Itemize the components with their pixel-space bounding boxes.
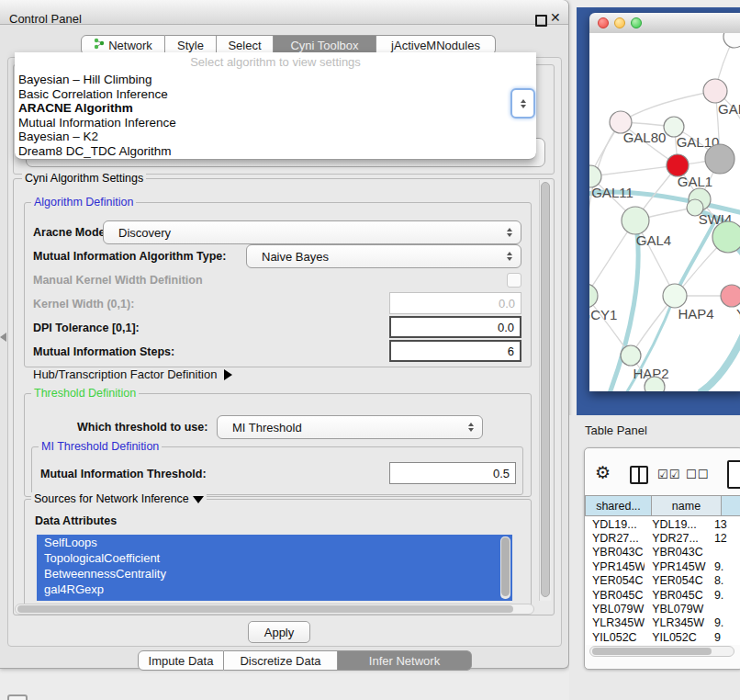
manual-kernel-checkbox[interactable] <box>507 273 521 288</box>
mi-steps-field[interactable]: 6 <box>389 340 521 362</box>
sources-group-title[interactable]: Sources for Network Inference <box>31 492 207 505</box>
table-cell: YBR043C <box>645 546 707 559</box>
which-threshold-combo[interactable]: MI Threshold <box>217 415 483 439</box>
tab-infer-network[interactable]: Infer Network <box>338 650 472 671</box>
table-cell: 9. <box>707 560 740 573</box>
gear-icon[interactable]: ⚙ <box>595 462 611 483</box>
algorithm-option-mutual-information-inference[interactable]: Mutual Information Inference <box>15 116 536 130</box>
attribute-item-selfloops[interactable]: SelfLoops <box>37 535 512 550</box>
column-header-shared[interactable]: shared... <box>585 495 652 516</box>
network-canvas[interactable]: GALGAL80GAL10GAL1GAL11GAL4SWI4GCY1HAP4YH… <box>589 33 740 391</box>
columns-icon[interactable] <box>630 466 648 484</box>
table-cell: YPR145W <box>585 560 645 573</box>
table-row[interactable]: YDL19...YDL19...13 <box>585 517 740 531</box>
attributes-scroll-thumb[interactable] <box>501 537 510 596</box>
network-node-hap4[interactable] <box>663 284 687 308</box>
table-cell: YIL052C <box>585 631 645 644</box>
bottom-tab-bar: Impute DataDiscretize DataInfer Network <box>138 650 472 671</box>
tab-discretize-data[interactable]: Discretize Data <box>224 650 338 671</box>
table-cell: 9. <box>707 616 740 629</box>
table-row[interactable]: YBR043CYBR043C <box>585 546 740 559</box>
dpi-tolerance-field[interactable]: 0.0 <box>389 316 521 338</box>
data-attributes-label: Data Attributes <box>35 514 117 527</box>
tab-impute-data[interactable]: Impute Data <box>138 650 224 671</box>
algorithm-option-basic-correlation-inference[interactable]: Basic Correlation Inference <box>15 87 536 102</box>
zoom-traffic-light-icon[interactable] <box>631 17 642 28</box>
split-pane-collapse-icon[interactable] <box>0 333 6 342</box>
table-row[interactable]: YLR345WYLR345W9. <box>585 616 740 630</box>
hub-definition-label: Hub/Transcription Factor Definition <box>33 367 217 381</box>
close-traffic-light-icon[interactable] <box>598 17 609 28</box>
kernel-width-field[interactable]: 0.0 <box>389 292 521 314</box>
settings-vertical-thumb[interactable] <box>541 182 550 597</box>
node-label: Y <box>736 306 740 322</box>
table-scroll-thumb[interactable] <box>592 648 712 655</box>
network-node-y[interactable] <box>721 285 740 307</box>
table-row[interactable]: YBR045CYBR045C9. <box>585 588 740 602</box>
algorithm-definition-title: Algorithm Definition <box>31 196 136 209</box>
network-node-hap2[interactable] <box>621 345 641 366</box>
attribute-item-gal4rgexp[interactable]: gal4RGexp <box>37 581 512 597</box>
settings-vertical-scrollbar[interactable] <box>539 180 551 601</box>
table-cell: YLR345W <box>585 616 645 629</box>
network-view-window[interactable]: GALGAL80GAL10GAL1GAL11GAL4SWI4GCY1HAP4YH… <box>589 13 740 391</box>
network-node[interactable] <box>712 221 740 253</box>
collapse-down-icon <box>193 496 204 503</box>
node-label: HAP4 <box>678 306 713 322</box>
network-node-gcy1[interactable] <box>589 284 598 308</box>
network-nodes[interactable]: GALGAL80GAL10GAL1GAL11GAL4SWI4GCY1HAP4YH… <box>589 33 740 391</box>
column-header-name[interactable]: name <box>652 495 722 516</box>
network-window-titlebar[interactable] <box>589 13 740 34</box>
minimize-traffic-light-icon[interactable] <box>614 17 625 28</box>
network-node-gal[interactable] <box>703 79 727 103</box>
attribute-item-topologicalcoefficient[interactable]: TopologicalCoefficient <box>37 550 512 566</box>
settings-horizontal-thumb[interactable] <box>17 605 513 613</box>
table-cell: 13 <box>707 518 740 531</box>
control-panel-titlebar[interactable] <box>0 0 568 25</box>
network-graph: GALGAL80GAL10GAL1GAL11GAL4SWI4GCY1HAP4YH… <box>589 33 740 391</box>
table-row[interactable]: YDR27...YDR27...12 <box>585 531 740 545</box>
network-node[interactable] <box>645 377 665 391</box>
aracne-mode-label: Aracne Mode: <box>33 226 109 239</box>
deselect-all-checkboxes-icon[interactable]: ☐☐ <box>686 468 709 481</box>
mi-steps-value: 6 <box>508 344 514 358</box>
tab-label: Cyni Toolbox <box>290 39 358 52</box>
kernel-width-value: 0.0 <box>499 297 515 310</box>
aracne-mode-combo[interactable]: Discovery <box>103 220 521 244</box>
select-all-checkboxes-icon[interactable]: ☑☑ <box>657 468 680 481</box>
network-node[interactable] <box>705 144 734 174</box>
algorithm-option-bayesian-hill-climbing[interactable]: Bayesian – Hill Climbing <box>15 73 536 87</box>
mi-type-combo[interactable]: Naive Bayes <box>246 244 521 268</box>
network-node-gal4[interactable] <box>622 207 649 234</box>
algorithm-option-bayesian-k2[interactable]: Bayesian – K2 <box>15 130 536 144</box>
close-icon[interactable]: ✕ <box>550 10 561 25</box>
algorithm-option-aracne-algorithm[interactable]: ARACNE Algorithm <box>15 101 536 116</box>
table-row[interactable]: YPR145WYPR145W9. <box>585 559 740 573</box>
focused-spinner-fragment[interactable] <box>510 88 535 119</box>
export-table-icon[interactable] <box>727 460 740 489</box>
apply-button[interactable]: Apply <box>248 621 310 643</box>
table-row[interactable]: YBL079WYBL079W <box>585 602 740 615</box>
attribute-item-betweennesscentrality[interactable]: BetweennessCentrality <box>37 566 512 581</box>
mi-threshold-field[interactable]: 0.5 <box>389 462 516 484</box>
table-cell: 12 <box>707 532 740 545</box>
network-node[interactable] <box>723 33 740 48</box>
corner-widget-icon[interactable] <box>7 694 28 700</box>
float-window-icon[interactable] <box>535 15 547 27</box>
dpi-tolerance-label: DPI Tolerance [0,1]: <box>33 322 140 334</box>
table-cell: 9 <box>707 631 740 644</box>
network-icon <box>94 38 105 52</box>
table-row[interactable]: YER054CYER054C8. <box>585 574 740 588</box>
expand-right-icon <box>224 369 232 380</box>
hub-definition-toggle[interactable]: Hub/Transcription Factor Definition <box>33 367 232 381</box>
table-horizontal-scrollbar[interactable] <box>589 646 734 657</box>
table-row[interactable]: YIL052CYIL052C9 <box>585 630 740 644</box>
column-header-clipped[interactable] <box>722 495 740 516</box>
desktop: Control Panel ✕ NetworkStyleSelectCyni T… <box>0 0 740 700</box>
attributes-scrollbar[interactable] <box>500 536 510 599</box>
data-attributes-list[interactable]: SelfLoopsTopologicalCoefficientBetweenne… <box>37 535 512 601</box>
settings-horizontal-scrollbar[interactable] <box>15 604 534 615</box>
table-cell: YDR27... <box>645 532 707 545</box>
spinner-up-icon <box>521 99 526 103</box>
algorithm-option-dream8-dc-tdc-algorithm[interactable]: Dream8 DC_TDC Algorithm <box>15 144 536 159</box>
